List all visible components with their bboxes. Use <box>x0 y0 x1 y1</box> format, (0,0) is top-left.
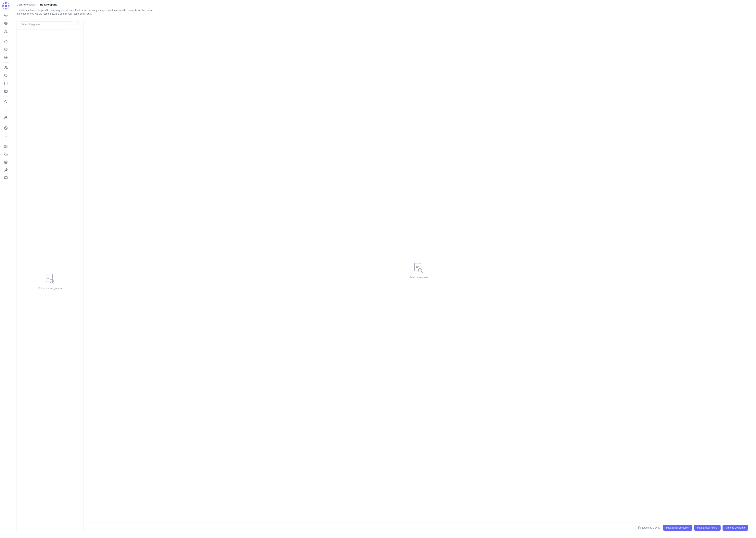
svg-marker-58 <box>77 23 79 26</box>
svg-point-2 <box>5 3 7 4</box>
divider-1 <box>3 36 9 36</box>
left-panel: Select Integration Select an Integra <box>17 19 83 533</box>
svg-rect-59 <box>46 274 52 282</box>
select-integration-icon <box>44 273 56 284</box>
svg-line-19 <box>6 30 7 32</box>
svg-point-3 <box>5 8 7 9</box>
svg-rect-47 <box>6 147 7 148</box>
page-header: DSR Automation > Bulk Respond Use this i… <box>12 0 756 19</box>
svg-line-35 <box>5 127 7 129</box>
svg-rect-46 <box>5 147 6 148</box>
integration-select[interactable]: Select Integration <box>19 22 73 27</box>
svg-point-28 <box>5 100 7 103</box>
export-icon <box>638 526 641 529</box>
svg-rect-49 <box>5 161 7 164</box>
divider-3 <box>3 96 9 97</box>
svg-rect-55 <box>4 177 7 179</box>
nav-eye-off[interactable] <box>2 151 10 158</box>
svg-point-16 <box>4 32 5 33</box>
svg-rect-65 <box>415 263 421 271</box>
left-panel-empty-text: Select an Integration <box>38 287 62 290</box>
left-panel-header: Select Integration <box>17 19 83 30</box>
nav-cube[interactable] <box>2 38 10 45</box>
svg-point-4 <box>3 5 4 7</box>
nav-monitor[interactable] <box>2 174 10 182</box>
svg-point-24 <box>5 82 7 83</box>
svg-line-70 <box>421 272 422 273</box>
nav-table[interactable] <box>2 159 10 166</box>
nav-id[interactable] <box>2 88 10 95</box>
sidebar <box>0 0 12 538</box>
nav-globe2[interactable] <box>2 54 10 61</box>
nav-stop[interactable] <box>2 125 10 132</box>
divider-4 <box>3 123 9 123</box>
nav-list-add[interactable] <box>2 133 10 139</box>
select-request-icon <box>413 262 424 273</box>
svg-point-22 <box>5 66 6 68</box>
svg-point-1 <box>5 5 7 7</box>
page-description: Use this interface to respond to many re… <box>17 9 154 16</box>
breadcrumb: DSR Automation > Bulk Respond <box>17 3 751 6</box>
breadcrumb-parent[interactable]: DSR Automation <box>17 3 35 6</box>
mark-exception-button[interactable]: Mark as an Exception <box>663 525 692 531</box>
nav-cube2[interactable] <box>2 46 10 53</box>
main-content: DSR Automation > Bulk Respond Use this i… <box>12 0 756 538</box>
nav-search[interactable] <box>2 98 10 105</box>
export-csv-button[interactable]: Export as CSV (0) <box>638 526 661 529</box>
filter-button[interactable] <box>75 21 81 27</box>
mark-not-found-button[interactable]: Mark as Not Found <box>694 525 721 531</box>
mark-complete-button[interactable]: Mark as Complete <box>723 525 748 531</box>
right-panel-footer: Export as CSV (0) Mark as an Exception M… <box>86 522 751 533</box>
breadcrumb-separator: > <box>37 3 39 6</box>
nav-database[interactable] <box>2 80 10 87</box>
select-placeholder: Select Integration <box>21 23 41 26</box>
nav-plugin[interactable] <box>2 166 10 174</box>
nav-add[interactable] <box>2 12 10 19</box>
nav-graph[interactable] <box>2 27 10 35</box>
svg-point-17 <box>7 32 8 33</box>
nav-users[interactable] <box>2 64 10 71</box>
filter-icon <box>76 23 79 26</box>
nav-globe[interactable] <box>2 20 10 27</box>
breadcrumb-current: Bulk Respond <box>40 3 57 6</box>
right-panel-empty-text: Select a request <box>409 276 428 279</box>
left-panel-empty-state: Select an Integration <box>17 30 83 533</box>
right-panel-empty-state: Select a request <box>86 19 751 522</box>
svg-rect-45 <box>6 145 7 146</box>
svg-line-18 <box>5 30 6 32</box>
chevron-down-icon <box>69 23 71 26</box>
svg-line-29 <box>7 102 7 103</box>
right-panel: Select a request Export as CSV (0) Mark … <box>86 19 751 533</box>
nav-lock[interactable] <box>2 114 10 121</box>
nav-chart[interactable] <box>2 106 10 113</box>
svg-point-5 <box>8 5 9 7</box>
svg-rect-33 <box>5 117 7 119</box>
export-label: Export as CSV (0) <box>642 526 661 529</box>
content-area: Select Integration Select an Integra <box>12 19 756 538</box>
nav-grid[interactable] <box>2 143 10 150</box>
svg-line-64 <box>53 283 54 284</box>
svg-rect-44 <box>5 145 6 146</box>
app-logo[interactable] <box>2 2 10 10</box>
svg-point-15 <box>5 30 6 31</box>
nav-tag[interactable] <box>2 72 10 79</box>
